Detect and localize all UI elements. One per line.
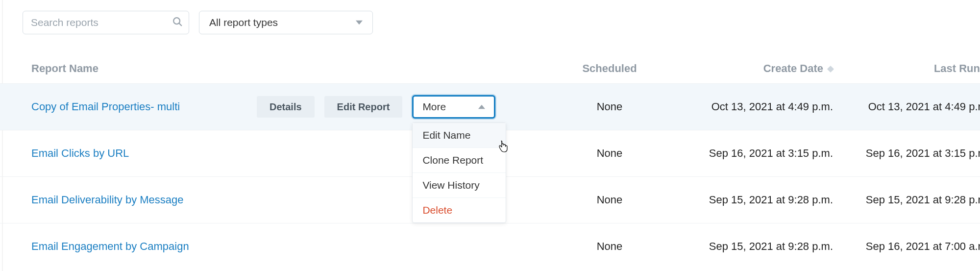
table-header: Report Name Scheduled Create Date Last R… xyxy=(0,54,980,83)
filter-bar: All report types xyxy=(0,11,980,34)
scheduled-value: None xyxy=(551,100,668,113)
details-button[interactable]: Details xyxy=(257,96,315,118)
more-button-label: More xyxy=(422,101,446,113)
col-report-name: Report Name xyxy=(31,62,551,75)
create-date-value: Sep 15, 2021 at 9:28 p.m. xyxy=(668,194,845,206)
col-scheduled: Scheduled xyxy=(551,62,668,75)
menu-view-history[interactable]: View History xyxy=(413,173,506,198)
report-type-selected: All report types xyxy=(209,17,278,28)
search-reports-wrap[interactable] xyxy=(23,11,189,34)
report-name-link[interactable]: Email Engagement by Campaign xyxy=(31,240,247,253)
report-name-link[interactable]: Copy of Email Properties- multi xyxy=(31,100,247,113)
more-dropdown: Edit Name Clone Report View History Dele… xyxy=(412,123,506,223)
svg-line-1 xyxy=(179,24,182,26)
sort-icon xyxy=(827,66,834,73)
menu-edit-name-label: Edit Name xyxy=(422,129,470,141)
more-button-wrap: More Edit Name Clone Report xyxy=(412,95,495,119)
last-run-value: Sep 15, 2021 at 9:28 p.m. xyxy=(845,194,980,206)
reports-table: Report Name Scheduled Create Date Last R… xyxy=(0,54,980,270)
menu-edit-name[interactable]: Edit Name xyxy=(413,123,506,148)
caret-down-icon xyxy=(356,17,363,28)
last-run-value: Sep 16, 2021 at 3:15 p.m. xyxy=(845,147,980,160)
col-last-run-label: Last Run xyxy=(934,62,980,74)
scheduled-value: None xyxy=(551,194,668,206)
create-date-value: Sep 15, 2021 at 9:28 p.m. xyxy=(668,240,845,253)
report-name-link[interactable]: Email Clicks by URL xyxy=(31,147,247,160)
col-last-run[interactable]: Last Run xyxy=(845,62,980,75)
edit-report-button[interactable]: Edit Report xyxy=(324,96,403,118)
create-date-value: Sep 16, 2021 at 3:15 p.m. xyxy=(668,147,845,160)
more-button[interactable]: More xyxy=(412,95,495,119)
search-icon xyxy=(172,16,183,29)
col-create-date-label: Create Date xyxy=(763,62,823,74)
search-input[interactable] xyxy=(31,17,165,28)
table-row: Copy of Email Properties- multi Details … xyxy=(0,83,980,130)
create-date-value: Oct 13, 2021 at 4:49 p.m. xyxy=(668,100,845,113)
report-name-link[interactable]: Email Deliverability by Message xyxy=(31,194,247,206)
scheduled-value: None xyxy=(551,147,668,160)
name-cell: Copy of Email Properties- multi Details … xyxy=(31,95,551,119)
menu-clone-report[interactable]: Clone Report xyxy=(413,148,506,173)
menu-delete[interactable]: Delete xyxy=(413,198,506,222)
table-row: Email Engagement by Campaign None Sep 15… xyxy=(0,223,980,270)
last-run-value: Oct 13, 2021 at 4:49 p.m. xyxy=(845,100,980,113)
last-run-value: Sep 16, 2021 at 7:00 a.m. xyxy=(845,240,980,253)
col-create-date[interactable]: Create Date xyxy=(668,62,845,75)
name-cell: Email Engagement by Campaign xyxy=(31,240,551,253)
caret-up-icon xyxy=(478,101,485,113)
report-type-select[interactable]: All report types xyxy=(199,11,373,34)
scheduled-value: None xyxy=(551,240,668,253)
